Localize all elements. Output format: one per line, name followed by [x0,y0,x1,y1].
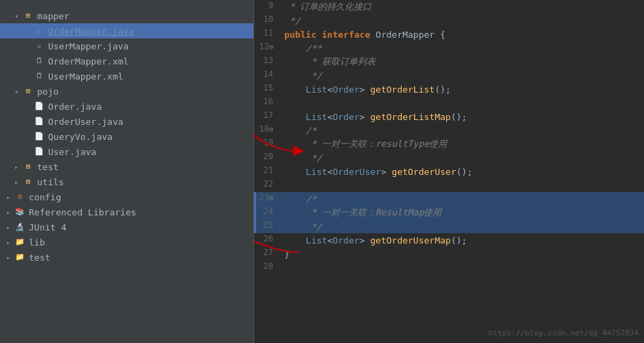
item-label: pojo [37,86,58,97]
line-content: List<Order> getOrderListMap(); [281,110,644,123]
item-label: Referenced Libraries [29,207,137,217]
arrow-test [11,163,22,171]
line-content: */ [281,69,644,82]
java-icon: 📄 [33,102,45,111]
line-number: 17 [254,110,281,123]
item-label: QueryVo.java [48,132,113,142]
line-content: */ [281,151,644,165]
item-label: test [37,162,58,172]
item-label: User.java [48,147,96,157]
line-number: 18⊖ [254,123,281,137]
java-icon: ☕ [33,41,45,51]
code-line-22: 22 [254,178,644,192]
code-line-16: 16 [254,96,644,110]
arrow-utils [11,178,22,186]
code-line-24: 24 * 一对一关联：ResultMap使用 [254,206,644,220]
line-content: List<OrderUser> getOrderUser(); [281,165,644,178]
code-line-15: 15 List<Order> getOrderList(); [254,82,644,96]
code-line-20: 20 */ [254,151,644,165]
code-editor[interactable]: 9 * 订单的持久化接口 10 */ 11 public interface O… [254,0,644,343]
tree-item-ordermapper-java[interactable]: ☕ OrderMapper.java [0,23,253,38]
code-line-17: 17 List<Order> getOrderListMap(); [254,110,644,123]
line-content: /* [281,192,644,206]
tree-item-queryvo-java[interactable]: 📄 QueryVo.java [0,129,253,144]
item-label: OrderMapper.java [48,26,134,36]
tree-item-test[interactable]: ⊞ test [0,159,253,174]
line-number: 14 [254,69,281,82]
item-label: test [29,252,50,263]
package-icon: ⊞ [22,162,34,172]
line-content: * 一对一关联：ResultMap使用 [281,206,644,220]
java-icon: 📄 [33,147,45,156]
code-line-25: 25 */ [254,220,644,233]
arrow-ref-libs [3,209,14,216]
line-content: /** [281,41,644,55]
ref-icon: 📚 [14,207,26,217]
code-line-26: 26 List<Order> getOrderUserMap(); [254,233,644,247]
line-number: 12⊖ [254,41,281,55]
tree-item-mapper[interactable]: ⊞ mapper [0,8,253,23]
code-line-10: 10 */ [254,14,644,27]
item-label: JUnit 4 [29,222,67,233]
file-tree[interactable]: ⊞ mapper ☕ OrderMapper.java ☕ UserMapper… [0,0,254,343]
line-number: 24 [254,206,281,220]
tree-item-lib[interactable]: 📁 lib [0,235,253,250]
line-number: 23⊖ [254,192,281,206]
item-label: UserMapper.xml [48,71,124,82]
config-icon: ⚙ [14,192,26,202]
arrow-junit [3,224,14,231]
tree-item-order-java[interactable]: 📄 Order.java [0,99,253,114]
tree-item-referenced-libraries[interactable]: 📚 Referenced Libraries [0,204,253,220]
line-content: List<Order> getOrderList(); [281,82,644,96]
package-icon: ⊞ [22,86,34,96]
arrow-mapper [11,12,22,20]
tree-item-ordermapper-xml[interactable]: 🗒 OrderMapper.xml [0,54,253,69]
line-number: 28 [254,261,281,274]
tree-item-junit4[interactable]: 🔬 JUnit 4 [0,220,253,235]
item-label: mapper [37,11,69,21]
folder-icon: 📁 [14,252,26,262]
arrow-pojo [11,88,22,95]
item-label: UserMapper.java [48,41,128,51]
item-label: utils [37,177,64,187]
line-content: * 一对一关联：resultType使用 [281,137,644,151]
tree-item-pojo[interactable]: ⊞ pojo [0,84,253,99]
line-number: 25 [254,220,281,233]
line-content [281,178,644,192]
tree-item-usermapper-xml[interactable]: 🗒 UserMapper.xml [0,69,253,84]
package-icon: ⊞ [22,11,34,21]
code-line-12: 12⊖ /** [254,41,644,55]
line-content: /* [281,123,644,137]
line-content: public interface OrderMapper { [281,27,644,41]
tree-item-usermapper-java[interactable]: ☕ UserMapper.java [0,38,253,54]
arrow-test2 [3,254,14,261]
line-number: 13 [254,55,281,69]
line-content: * 获取订单列表 [281,55,644,69]
tree-item-user-java[interactable]: 📄 User.java [0,144,253,159]
line-number: 10 [254,14,281,27]
line-content: } [281,247,644,261]
item-label: Order.java [48,102,102,112]
line-number: 22 [254,178,281,192]
line-number: 27 [254,247,281,261]
item-label: OrderUser.java [48,117,124,127]
line-content: * 订单的持久化接口 [281,0,644,14]
code-line-14: 14 */ [254,69,644,82]
tree-item-orderuser-java[interactable]: 📄 OrderUser.java [0,114,253,129]
code-table: 9 * 订单的持久化接口 10 */ 11 public interface O… [254,0,644,274]
junit-icon: 🔬 [14,222,26,232]
line-number: 19 [254,137,281,151]
tree-item-config[interactable]: ⚙ config [0,189,253,204]
xml-icon: 🗒 [33,71,45,81]
code-line-18: 18⊖ /* [254,123,644,137]
java-icon: 📄 [33,117,45,126]
code-line-11: 11 public interface OrderMapper { [254,27,644,41]
tree-item-test2[interactable]: 📁 test [0,250,253,265]
code-line-23: 23⊖ /* [254,192,644,206]
tree-item-utils[interactable]: ⊞ utils [0,174,253,189]
code-line-27: 27 } [254,247,644,261]
java-icon: ☕ [33,26,45,36]
line-number: 21 [254,165,281,178]
arrow-lib [3,239,14,246]
item-label: config [29,192,61,202]
